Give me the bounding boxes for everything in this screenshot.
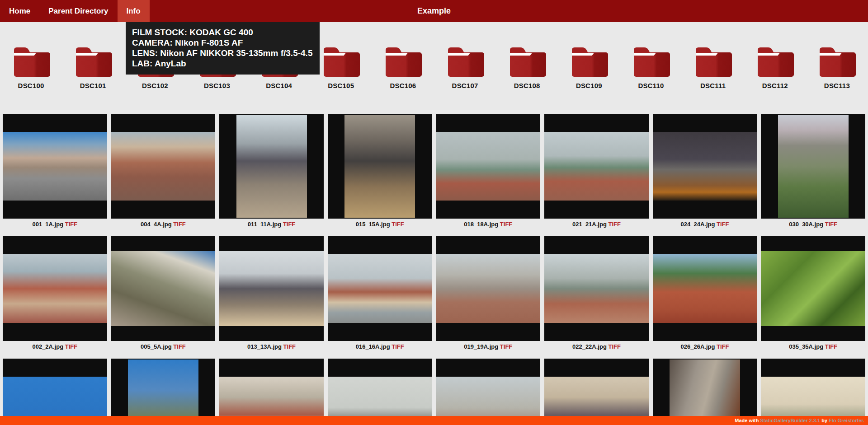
tiff-link[interactable]: TIFF xyxy=(283,221,295,228)
photo-filename: 026_26A.jpg xyxy=(681,343,715,350)
photo-thumbnail[interactable] xyxy=(111,114,216,219)
tiff-link[interactable]: TIFF xyxy=(717,343,729,350)
photo-thumbnail[interactable] xyxy=(436,359,541,425)
folder-dsc110[interactable]: DSC110 xyxy=(620,44,682,89)
folder-label: DSC113 xyxy=(824,82,850,89)
photo-thumbnail[interactable] xyxy=(761,114,865,219)
photo-filename: 011_11A.jpg xyxy=(248,221,281,228)
photo-cell: 013_13A.jpg TIFF xyxy=(219,236,324,352)
folder-label: DSC103 xyxy=(204,82,230,89)
tiff-link[interactable]: TIFF xyxy=(392,343,404,350)
tiff-link[interactable]: TIFF xyxy=(173,221,185,228)
photo-thumbnail[interactable] xyxy=(653,359,757,425)
folder-dsc111[interactable]: DSC111 xyxy=(682,44,744,89)
photo-thumbnail[interactable] xyxy=(219,359,324,425)
photo-thumbnail[interactable] xyxy=(761,236,865,341)
tiff-link[interactable]: TIFF xyxy=(392,221,404,228)
photo-caption: 015_15A.jpg TIFF xyxy=(328,221,432,230)
folder-label: DSC110 xyxy=(638,82,664,89)
nav-home[interactable]: Home xyxy=(0,0,39,22)
tiff-link[interactable]: TIFF xyxy=(283,343,296,350)
photo-image xyxy=(219,251,324,326)
photo-thumbnail[interactable] xyxy=(3,359,107,425)
photo-cell: 005_5A.jpg TIFF xyxy=(111,236,216,352)
photo-thumbnail[interactable] xyxy=(436,114,541,219)
folder-label: DSC102 xyxy=(142,82,168,89)
photo-thumbnail[interactable] xyxy=(544,236,649,341)
author-link[interactable]: Flo Greistorfer. xyxy=(829,418,864,423)
photo-image xyxy=(328,254,432,323)
photo-filename: 035_35A.jpg xyxy=(789,343,823,350)
photo-thumbnail[interactable] xyxy=(3,236,107,341)
folder-label: DSC109 xyxy=(576,82,602,89)
photo-caption: 011_11A.jpg TIFF xyxy=(219,221,324,230)
photo-thumbnail[interactable] xyxy=(653,236,757,341)
photo-thumbnail[interactable] xyxy=(544,359,649,425)
photo-cell xyxy=(761,359,865,425)
grid-row: 001_1A.jpg TIFF004_4A.jpg TIFF011_11A.jp… xyxy=(3,114,865,230)
folder-dsc100[interactable]: DSC100 xyxy=(0,44,62,89)
tiff-link[interactable]: TIFF xyxy=(717,221,729,228)
photo-cell: 026_26A.jpg TIFF xyxy=(653,236,757,352)
photo-image xyxy=(670,360,740,425)
photo-image xyxy=(436,132,541,201)
photo-image xyxy=(128,360,198,425)
photo-thumbnail[interactable] xyxy=(219,236,324,341)
tiff-link[interactable]: TIFF xyxy=(608,343,620,350)
folder-dsc109[interactable]: DSC109 xyxy=(558,44,620,89)
folder-dsc113[interactable]: DSC113 xyxy=(806,44,868,89)
folder-label: DSC112 xyxy=(762,82,788,89)
photo-cell: 016_16A.jpg TIFF xyxy=(328,236,432,352)
photo-cell: 004_4A.jpg TIFF xyxy=(111,114,216,230)
nav-info[interactable]: Info xyxy=(118,0,150,22)
photo-caption: 013_13A.jpg TIFF xyxy=(219,343,324,352)
photo-caption: 021_21A.jpg TIFF xyxy=(544,221,649,230)
nav-parent-directory[interactable]: Parent Directory xyxy=(39,0,117,22)
folder-dsc108[interactable]: DSC108 xyxy=(496,44,558,89)
folder-dsc101[interactable]: DSC101 xyxy=(62,44,124,89)
tiff-link[interactable]: TIFF xyxy=(500,343,512,350)
folder-dsc106[interactable]: DSC106 xyxy=(372,44,434,89)
photo-thumbnail[interactable] xyxy=(436,236,541,341)
photo-thumbnail[interactable] xyxy=(544,114,649,219)
photo-filename: 024_24A.jpg xyxy=(681,221,715,228)
folder-label: DSC104 xyxy=(266,82,292,89)
photo-image xyxy=(778,115,849,218)
photo-thumbnail[interactable] xyxy=(219,114,324,219)
tiff-link[interactable]: TIFF xyxy=(65,343,77,350)
photo-thumbnail[interactable] xyxy=(3,114,107,219)
footer-by: by xyxy=(820,418,829,423)
photo-thumbnail[interactable] xyxy=(111,359,216,425)
navbar: HomeParent DirectoryInfo Example xyxy=(0,0,868,22)
photo-caption: 022_22A.jpg TIFF xyxy=(544,343,649,352)
photo-thumbnail[interactable] xyxy=(328,359,432,425)
photo-thumbnail[interactable] xyxy=(111,236,216,341)
folder-dsc112[interactable]: DSC112 xyxy=(744,44,806,89)
photo-image xyxy=(544,132,649,201)
folder-label: DSC111 xyxy=(700,82,726,89)
photo-thumbnail[interactable] xyxy=(653,114,757,219)
tiff-link[interactable]: TIFF xyxy=(608,221,620,228)
photo-thumbnail[interactable] xyxy=(328,114,432,219)
tiff-link[interactable]: TIFF xyxy=(500,221,512,228)
photo-image xyxy=(653,254,757,323)
photo-thumbnail[interactable] xyxy=(328,236,432,341)
builder-link[interactable]: StaticGalleryBuilder 2.3.1 xyxy=(760,418,821,423)
photo-filename: 022_22A.jpg xyxy=(572,343,607,350)
gallery-title: Example xyxy=(417,0,451,22)
photo-filename: 019_19A.jpg xyxy=(464,343,498,350)
footer-made-with: Made with xyxy=(735,418,760,423)
tiff-link[interactable]: TIFF xyxy=(825,221,837,228)
photo-caption: 005_5A.jpg TIFF xyxy=(111,343,216,352)
tiff-link[interactable]: TIFF xyxy=(173,343,185,350)
photo-cell xyxy=(653,359,757,425)
tiff-link[interactable]: TIFF xyxy=(65,221,77,228)
photo-caption: 030_30A.jpg TIFF xyxy=(761,221,865,230)
photo-caption: 001_1A.jpg TIFF xyxy=(3,221,107,230)
folder-icon xyxy=(319,44,363,79)
tiff-link[interactable]: TIFF xyxy=(825,343,837,350)
photo-image xyxy=(111,251,216,326)
folder-dsc107[interactable]: DSC107 xyxy=(434,44,496,89)
folder-label: DSC105 xyxy=(328,82,354,89)
photo-thumbnail[interactable] xyxy=(761,359,865,425)
